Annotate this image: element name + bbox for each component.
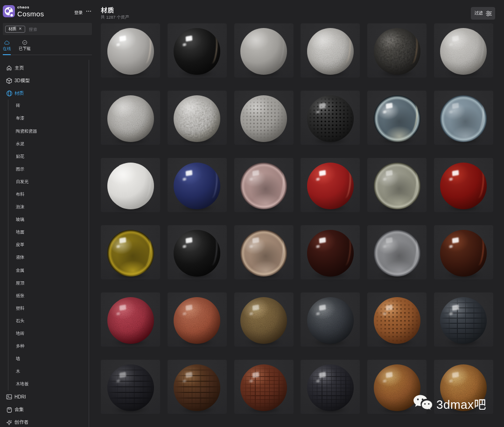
category-item[interactable]: 纸张 [8,290,89,302]
category-item[interactable]: 车漆 [8,112,89,125]
category-item-label: 砖 [8,104,20,108]
material-sphere-preview [240,364,287,411]
sphere-highlight [385,237,392,243]
material-card[interactable] [168,292,227,347]
sphere-highlight [119,305,126,311]
material-card[interactable] [301,360,360,414]
material-card[interactable] [367,225,427,279]
material-card[interactable] [301,91,360,145]
material-card[interactable] [234,225,294,279]
watermark: 3dmax吧 [413,394,486,413]
category-item[interactable]: 泡沫 [8,201,89,214]
category-item[interactable]: 图示 [8,163,89,176]
material-card[interactable] [301,158,360,212]
category-item[interactable]: 水泥 [8,138,89,150]
material-card[interactable] [434,292,493,347]
search-input[interactable]: 材质 ✕ 搜索 [3,23,92,35]
sidebar-item-collections[interactable]: 合集 [0,404,89,416]
material-card[interactable] [434,158,493,212]
category-item-label: 皮革 [8,243,24,247]
material-card[interactable] [234,360,294,414]
material-card[interactable] [101,23,160,78]
tab-downloaded[interactable]: 已下载 [19,40,31,55]
material-card[interactable] [367,158,427,212]
sphere-rim-reflection [342,237,352,265]
material-card[interactable] [301,292,360,347]
category-item[interactable]: 塑料 [8,302,89,315]
category-item[interactable]: 金属 [8,264,89,277]
material-card[interactable] [234,23,294,78]
material-card[interactable] [434,225,493,279]
material-sphere-preview [107,28,154,75]
material-card[interactable] [101,292,160,347]
sphere-texture [107,297,154,344]
sphere-highlight [186,36,193,42]
category-item[interactable]: 玻璃 [8,214,89,226]
login-link[interactable]: 登录 [74,9,83,15]
category-item[interactable]: 地面 [8,226,89,239]
material-card[interactable] [434,91,493,145]
tab-downloaded-label: 已下载 [19,47,31,51]
sphere-rim-reflection [275,35,285,64]
category-item[interactable]: 屋顶 [8,277,89,290]
material-sphere-preview [174,230,220,277]
category-item[interactable]: 皮革 [8,239,89,251]
sidebar-item-label: HDRI [14,395,26,399]
category-item[interactable]: 液体 [8,251,89,264]
tag-close-icon[interactable]: ✕ [19,27,22,31]
material-card[interactable] [168,360,227,414]
category-item[interactable]: 木地板 [8,378,89,391]
sidebar-item-home[interactable]: 主页 [0,62,89,74]
material-card[interactable] [101,360,160,414]
material-card[interactable] [367,23,427,78]
material-card[interactable] [101,91,160,145]
sphere-rim-reflection [208,237,218,265]
more-menu-button[interactable] [85,8,92,14]
category-item[interactable]: 多种 [8,340,89,353]
filter-button[interactable]: 过滤 [471,7,495,20]
category-item[interactable]: 布料 [8,188,89,201]
sphere-highlight [385,103,392,109]
material-card[interactable] [168,23,227,78]
category-item-label: 纸张 [8,294,24,298]
material-card[interactable] [301,23,360,78]
material-card[interactable] [234,292,294,347]
category-item[interactable]: 自发光 [8,176,89,188]
material-card[interactable] [367,292,427,347]
search-tag-chip[interactable]: 材质 ✕ [5,26,25,33]
sphere-highlight [385,372,392,378]
category-item[interactable]: 贴花 [8,150,89,163]
sphere-highlight [252,170,259,176]
category-item[interactable]: 地砖 [8,327,89,340]
material-card[interactable] [101,225,160,279]
category-item[interactable]: 砖 [8,100,89,112]
sphere-highlight [119,36,126,42]
material-card[interactable] [168,91,227,145]
material-card[interactable] [101,158,160,212]
material-card[interactable] [234,91,294,145]
brand: chaos Cosmos [17,6,44,17]
material-card[interactable] [168,158,227,212]
sidebar-item-3d-models[interactable]: 3D模型 [0,74,89,87]
sidebar-item-creators[interactable]: 创作者 [0,416,89,427]
category-item[interactable]: 墙 [8,353,89,365]
material-card[interactable] [301,225,360,279]
chaos-logo-icon[interactable] [3,5,15,17]
material-card[interactable] [168,225,227,279]
wechat-icon [413,394,433,413]
category-item[interactable]: 石头 [8,315,89,327]
sidebar-item-materials[interactable]: 材质 [0,87,89,100]
material-sphere-preview [307,28,354,75]
material-card[interactable] [234,158,294,212]
sidebar-item-hdri[interactable]: HDRI [0,391,89,403]
material-sphere-preview [174,297,220,344]
category-item[interactable]: 陶瓷和瓷器 [8,125,89,137]
sphere-texture [307,95,354,142]
tab-online[interactable]: 在线 [3,41,11,55]
material-card[interactable] [367,91,427,145]
material-sphere-preview [174,28,220,75]
material-sphere-preview [107,163,154,209]
material-card[interactable] [434,23,493,78]
sliders-icon [486,11,492,16]
category-item[interactable]: 木 [8,365,89,378]
